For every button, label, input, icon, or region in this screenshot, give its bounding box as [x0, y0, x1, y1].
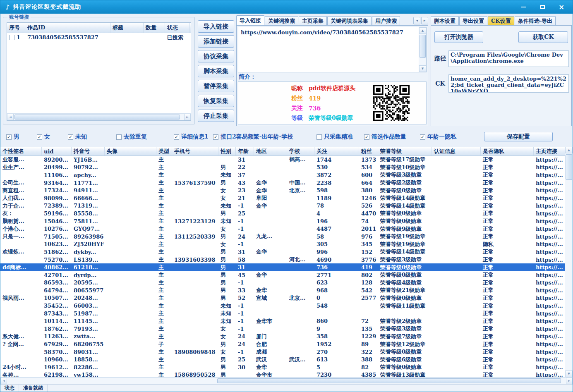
main-column-header[interactable]: 年龄 — [236, 147, 254, 155]
scroll-left-icon[interactable]: ◄ — [7, 114, 14, 120]
table-row[interactable]: 力于企...72389...71319...主未知-1金华78526荣誉等级14… — [0, 202, 565, 210]
filter-api2-age-school[interactable]: ✓接口2容易频繁-出年龄-学校 — [213, 133, 293, 141]
scroll-right-icon[interactable]: ► — [566, 378, 573, 384]
tab-ck-settings[interactable]: CK设置 — [488, 16, 514, 25]
main-column-header[interactable]: 认证信息 — [432, 147, 481, 155]
main-column-header[interactable]: uid — [42, 147, 72, 155]
main-column-header[interactable]: 学校 — [287, 147, 314, 155]
minimize-button[interactable] — [517, 2, 530, 12]
table-row[interactable]: 友：59196...85558...主男2544470荣誉等级0级勋章正常htt… — [0, 210, 565, 218]
table-row[interactable]: 10114...11145...主未知-1金华市86072荣誉等级2级勋章正常h… — [0, 317, 565, 325]
resume-collect-button[interactable]: 恢复采集 — [198, 95, 234, 107]
table-row[interactable]: 人们我...98099...66666...主女21阜阳11891246荣誉等级… — [0, 194, 565, 202]
table-row[interactable]: 系大健...11263...zwtta...主女24厦门3581229荣誉等级7… — [0, 333, 565, 341]
import-links-button[interactable]: 导入链接 — [198, 20, 234, 33]
table-row[interactable]: 87343...51987...主未知-1正常https://... — [0, 310, 565, 318]
checkbox-dedupe[interactable] — [116, 134, 122, 140]
filter-filter-works-count[interactable]: ✓筛选作品数量 — [364, 133, 406, 141]
filter-unknown[interactable]: ✓未知 — [68, 133, 87, 141]
maximize-button[interactable] — [536, 2, 549, 12]
get-ck-button[interactable]: 获取CK — [518, 31, 568, 43]
table-row[interactable]: 商直租...17324...94911...主女23金华北京...598380荣… — [0, 186, 565, 194]
table-row[interactable]: 10623...ZJ520HYF主女-1305345荣誉等级19级勋章隐私htt… — [0, 241, 565, 249]
checkbox-female[interactable]: ✓ — [37, 134, 42, 140]
tab-keyword-form-collect[interactable]: 关键词填表采集 — [327, 16, 372, 25]
tab-homepage-collect[interactable]: 主页采集 — [299, 16, 327, 25]
tab-script-settings[interactable]: 脚本设置 — [431, 16, 459, 25]
url-vscrollbar[interactable]: ▲ ▼ — [419, 27, 426, 72]
main-column-header[interactable]: 关注 — [314, 147, 359, 155]
main-column-header[interactable]: 抖音号 — [72, 147, 105, 155]
table-row[interactable]: 业客服...89200...YJ16B...主31鹤高...17441373荣誉… — [0, 156, 565, 164]
scroll-up-icon[interactable]: ▲ — [419, 27, 426, 34]
main-column-header[interactable]: 头像 — [105, 147, 156, 155]
table-row[interactable]: 75270...LS139...主13931603398男58河北...4690… — [0, 256, 565, 264]
filter-age-privacy[interactable]: ✓年龄—隐私 — [420, 133, 456, 141]
scrollbar-thumb[interactable] — [14, 115, 180, 120]
scroll-down-icon[interactable]: ▼ — [565, 370, 573, 377]
titlebar[interactable]: ♪ 抖音评论区裂变式截流助 × — [0, 0, 573, 14]
account-table-hscrollbar[interactable]: ◄ ► — [7, 113, 191, 120]
main-column-header[interactable]: 手机号 — [172, 147, 218, 155]
table-row[interactable]: 24小时...19612...82286...主男30金华582荣誉等级0级勋章… — [0, 363, 565, 371]
main-column-header[interactable]: 个性签名 — [0, 147, 42, 155]
filter-female[interactable]: ✓女 — [37, 133, 50, 141]
tab-keyword-search[interactable]: 关键词搜索 — [265, 16, 298, 25]
tab-scroll-left-button[interactable]: ◄ — [413, 17, 420, 24]
filter-precise-only[interactable]: 只采集精准 — [316, 133, 353, 141]
add-links-button[interactable]: 添加链接 — [198, 35, 234, 48]
scroll-down-icon[interactable]: ▼ — [419, 65, 426, 72]
checkbox-precise-only[interactable] — [316, 134, 322, 140]
row-select-checkbox[interactable] — [9, 35, 14, 40]
table-row[interactable]: 35452...66003...主未知-1548荣誉等级11级勋章正常https… — [0, 302, 565, 310]
path-input[interactable]: C:\Program Files\Google\Chrome Dev\Appli… — [448, 50, 569, 67]
checkbox-age-privacy[interactable]: ✓ — [420, 134, 425, 140]
scrollbar-track[interactable] — [565, 153, 573, 370]
table-row[interactable]: 42701...dyrdp...主男45金华2771802荣誉等级0级勋章正常h… — [0, 271, 565, 279]
stop-collect-button[interactable]: 停止采集 — [198, 110, 234, 122]
account-column-header[interactable]: 作品ID — [25, 23, 110, 33]
tab-scroll-right-button[interactable]: ► — [421, 17, 428, 24]
protocol-collect-button[interactable]: 协议采集 — [198, 50, 234, 62]
scrollbar-track[interactable] — [14, 114, 184, 120]
account-column-header[interactable]: 状态 — [165, 23, 190, 33]
pause-collect-button[interactable]: 暂停采集 — [198, 80, 234, 92]
ck-input[interactable]: home_can_add_dy_2_desktop=%221%22;bd_tic… — [448, 74, 569, 93]
account-table-row[interactable]: 17303840562585537827已搜索 — [7, 33, 191, 42]
scrollbar-thumb[interactable] — [420, 35, 426, 58]
tab-import-links[interactable]: 导入链接 — [236, 15, 264, 25]
table-row[interactable]: 个港心...10276...GYQ97...主女-144872011荣誉等级9级… — [0, 225, 565, 233]
table-row[interactable]: 各种...62198...yw158...主15868950528男金华市723… — [0, 371, 565, 377]
table-row[interactable]: 86593...20595...主男-1623128荣誉等级4级勋章正常http… — [0, 279, 565, 287]
open-browser-button[interactable]: 打开浏览器 — [434, 31, 483, 43]
filter-dedupe[interactable]: 去除重复 — [116, 133, 147, 141]
checkbox-detail-info-1[interactable]: ✓ — [174, 134, 179, 140]
table-row[interactable]: 58370...89031...主18908069848女-1成都270322荣… — [0, 348, 565, 356]
url-input[interactable]: https://www.douyin.com/video/73038405625… — [238, 27, 427, 72]
account-column-header[interactable]: 标题 — [110, 23, 144, 33]
save-config-button[interactable]: 保存配置 — [484, 132, 553, 141]
scrollbar-track[interactable] — [7, 378, 566, 384]
main-column-header[interactable]: 地区 — [254, 147, 287, 155]
table-row[interactable]: 只是一...71505...89263986主13112520339男24九龙.… — [0, 233, 565, 241]
checkbox-male[interactable]: ✓ — [6, 134, 12, 140]
checkbox-filter-works-count[interactable]: ✓ — [364, 134, 369, 140]
scroll-right-icon[interactable]: ► — [184, 114, 191, 120]
scrollbar-thumb[interactable] — [217, 378, 561, 383]
tab-filter-export[interactable]: 条件筛选-导出 — [515, 16, 556, 25]
table-row[interactable]: 11106...apchy...主未知373872600荣誉等级3级勋章正常ht… — [0, 171, 565, 179]
account-column-header[interactable]: 序号 — [7, 23, 25, 33]
script-collect-button[interactable]: 脚本采集 — [198, 65, 234, 77]
checkbox-api2-age-school[interactable]: ✓ — [213, 134, 218, 140]
table-row[interactable]: 18762...79193...主女-19135荣誉等级3级勋章正常https:… — [0, 325, 565, 333]
table-row[interactable]: 10960...18858...主男25武汉武汉...613388荣誉等级6级勋… — [0, 356, 565, 363]
main-column-header[interactable]: 性别 — [218, 147, 236, 155]
table-row[interactable]: 业生产...20499...90792...主男22530534荣誉等级10级勋… — [0, 164, 565, 172]
checkbox-unknown[interactable]: ✓ — [68, 134, 73, 140]
filter-male[interactable]: ✓男 — [6, 133, 19, 141]
scrollbar-thumb[interactable] — [566, 154, 572, 180]
tab-user-search[interactable]: 用户搜索 — [372, 16, 400, 25]
tab-export-settings[interactable]: 导出设置 — [459, 16, 487, 25]
account-column-header[interactable]: 数量 — [144, 23, 165, 33]
table-row[interactable]: 欢锻炼...51862...dykby...主男31金华996152荣誉等级14… — [0, 248, 565, 256]
